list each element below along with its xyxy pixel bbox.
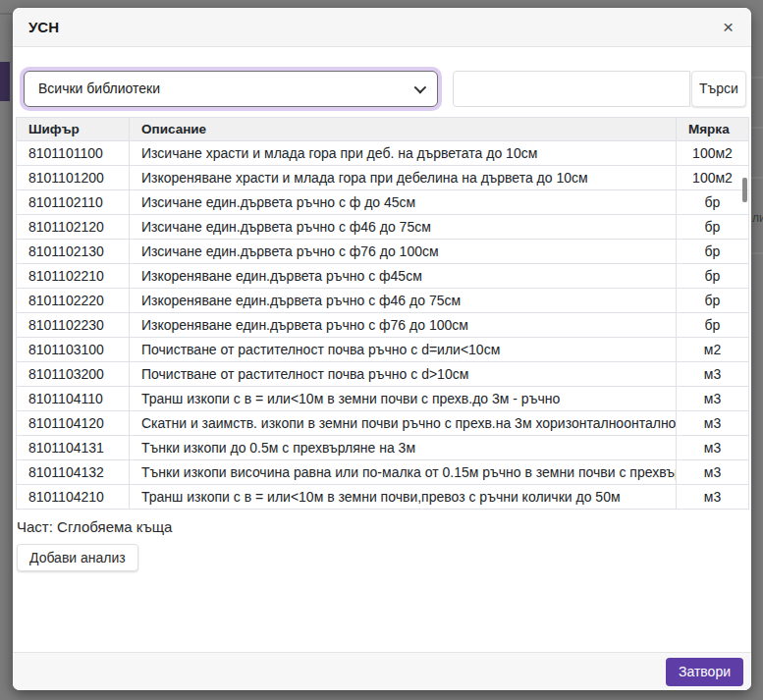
code-cell: 8101102120 xyxy=(17,215,130,240)
table-row[interactable]: 8101102130Изсичане един.дървета ръчно с … xyxy=(17,240,749,264)
description-cell: Изсичане един.дървета ръчно с ф76 до 100… xyxy=(130,240,677,264)
part-label: Част: Сглобяема къща xyxy=(17,518,748,535)
unit-cell: м3 xyxy=(677,362,749,387)
close-button[interactable]: Затвори xyxy=(666,658,743,686)
description-cell: Изсичане един.дървета ръчно с ф до 45см xyxy=(130,190,677,215)
table-row[interactable]: 8101104110Транш изкопи с в = или<10м в з… xyxy=(17,387,749,411)
filter-bar: Всички библиотеки Търси xyxy=(24,70,746,107)
unit-cell: 100м2 xyxy=(677,141,749,166)
code-cell: 8101102230 xyxy=(17,313,130,338)
search-group: Търси xyxy=(453,71,746,107)
code-cell: 8101102210 xyxy=(17,264,130,289)
code-cell: 8101103100 xyxy=(17,338,130,362)
search-input[interactable] xyxy=(453,71,690,107)
background-line xyxy=(751,77,763,79)
library-select-value: Всички библиотеки xyxy=(38,81,414,96)
table-header-row: Шифър Описание Мярка xyxy=(17,118,749,141)
background-text-fragment: ли xyxy=(752,211,763,225)
chevron-down-icon xyxy=(414,81,427,93)
items-table: Шифър Описание Мярка 8101101100Изсичане … xyxy=(16,117,749,510)
unit-cell: м3 xyxy=(677,411,749,436)
code-cell: 8101102130 xyxy=(17,240,130,264)
description-cell: Изсичане един.дървета ръчно с ф46 до 75с… xyxy=(130,215,677,240)
unit-cell: бр xyxy=(677,264,749,289)
table-row[interactable]: 8101104132Тънки изкопи височина равна ил… xyxy=(17,460,749,485)
unit-cell: бр xyxy=(677,215,749,240)
code-cell: 8101102110 xyxy=(17,190,130,215)
table-row[interactable]: 8101101200Изкореняване храсти и млада го… xyxy=(17,166,749,190)
description-cell: Почистване от растителност почва ръчно с… xyxy=(130,338,677,362)
code-cell: 8101104120 xyxy=(17,411,130,436)
description-cell: Изкореняване храсти и млада гора при деб… xyxy=(130,166,677,190)
background-line xyxy=(751,252,763,254)
unit-cell: м3 xyxy=(677,485,749,510)
usn-dialog: УСН × Всички библиотеки Търси Шифър Опис… xyxy=(13,8,751,690)
search-button[interactable]: Търси xyxy=(691,71,746,107)
table-row[interactable]: 8101104120Скатни и заимств. изкопи в зем… xyxy=(17,411,749,436)
unit-cell: бр xyxy=(677,289,749,313)
background-line xyxy=(0,13,13,15)
unit-cell: м3 xyxy=(677,436,749,460)
table-row[interactable]: 8101103200Почистване от растителност поч… xyxy=(17,362,749,387)
description-cell: Изкореняване един.дървета ръчно с ф76 до… xyxy=(130,313,677,338)
table-row[interactable]: 8101104131Тънки изкопи до 0.5м с прехвър… xyxy=(17,436,749,460)
code-cell: 8101103200 xyxy=(17,362,130,387)
description-cell: Скатни и заимств. изкопи в земни почви р… xyxy=(130,411,677,436)
unit-cell: м3 xyxy=(677,387,749,411)
unit-cell: бр xyxy=(677,190,749,215)
dialog-footer: Затвори xyxy=(13,652,751,690)
table-body: 8101101100Изсичане храсти и млада гора п… xyxy=(17,141,749,510)
background-line xyxy=(751,127,763,129)
add-analysis-button[interactable]: Добави анализ xyxy=(17,544,138,571)
code-cell: 8101104210 xyxy=(17,485,130,510)
description-cell: Почистване от растителност почва ръчно с… xyxy=(130,362,677,387)
unit-cell: бр xyxy=(677,313,749,338)
table-row[interactable]: 8101101100Изсичане храсти и млада гора п… xyxy=(17,141,749,166)
code-cell: 8101104131 xyxy=(17,436,130,460)
description-cell: Изкореняване един.дървета ръчно с ф46 до… xyxy=(130,289,677,313)
table-scrollbar-thumb[interactable] xyxy=(742,178,747,202)
description-cell: Тънки изкопи височина равна или по-малка… xyxy=(130,460,677,485)
dialog-header: УСН × xyxy=(13,8,751,47)
description-cell: Транш изкопи с в = или<10м в земни почви… xyxy=(130,387,677,411)
dialog-title: УСН xyxy=(28,19,59,35)
code-cell: 8101102220 xyxy=(17,289,130,313)
unit-cell: м2 xyxy=(677,338,749,362)
background-navbar-fragment xyxy=(0,62,10,101)
description-cell: Изкореняване един.дървета ръчно с ф45см xyxy=(130,264,677,289)
table-row[interactable]: 8101102220Изкореняване един.дървета ръчн… xyxy=(17,289,749,313)
code-cell: 8101104110 xyxy=(17,387,130,411)
table-row[interactable]: 8101102230Изкореняване един.дървета ръчн… xyxy=(17,313,749,338)
table-row[interactable]: 8101102210Изкореняване един.дървета ръчн… xyxy=(17,264,749,289)
code-cell: 8101104132 xyxy=(17,460,130,485)
column-header-code: Шифър xyxy=(17,118,130,141)
description-cell: Тънки изкопи до 0.5м с прехвърляне на 3м xyxy=(130,436,677,460)
dialog-body: Всички библиотеки Търси Шифър Описание М… xyxy=(13,47,751,652)
table-row[interactable]: 8101102120Изсичане един.дървета ръчно с … xyxy=(17,215,749,240)
code-cell: 8101101100 xyxy=(17,141,130,166)
table-row[interactable]: 8101103100Почистване от растителност поч… xyxy=(17,338,749,362)
unit-cell: м3 xyxy=(677,460,749,485)
description-cell: Изсичане храсти и млада гора при деб. на… xyxy=(130,141,677,166)
background-line xyxy=(751,177,763,179)
description-cell: Транш изкопи с в = или<10м в земни почви… xyxy=(130,485,677,510)
column-header-unit: Мярка xyxy=(677,118,749,141)
library-select[interactable]: Всички библиотеки xyxy=(24,71,438,107)
column-header-description: Описание xyxy=(130,118,677,141)
close-icon[interactable]: × xyxy=(721,18,736,36)
table-row[interactable]: 8101104210Транш изкопи с в = или<10м в з… xyxy=(17,485,749,510)
code-cell: 8101101200 xyxy=(17,166,130,190)
unit-cell: бр xyxy=(677,240,749,264)
unit-cell: 100м2 xyxy=(677,166,749,190)
table-row[interactable]: 8101102110Изсичане един.дървета ръчно с … xyxy=(17,190,749,215)
